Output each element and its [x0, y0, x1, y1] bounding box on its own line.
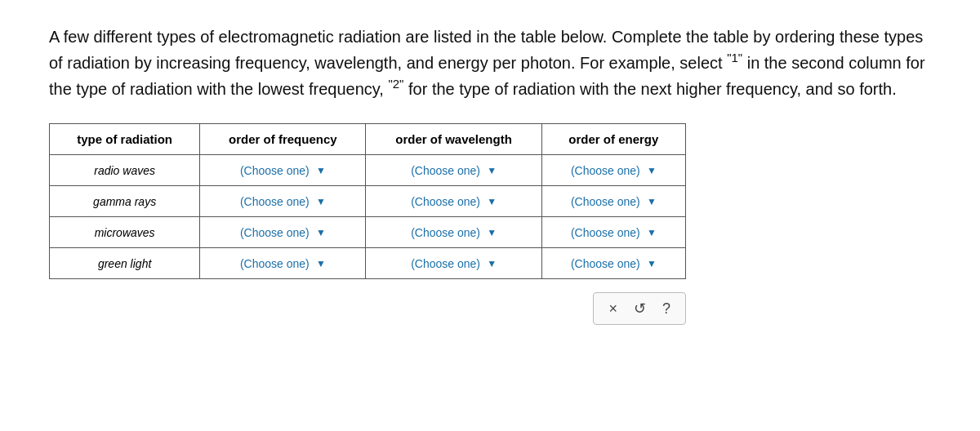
dropdown-cell-energy[interactable]: (Choose one)1234▼	[541, 186, 685, 217]
select-wavelength-row0[interactable]: (Choose one)1234	[411, 164, 483, 177]
chevron-down-icon: ▼	[316, 227, 326, 238]
radiation-type-cell: microwaves	[50, 217, 200, 248]
select-wrapper-energy: (Choose one)1234▼	[571, 164, 657, 177]
dropdown-cell-frequency[interactable]: (Choose one)1234▼	[200, 155, 366, 186]
select-wrapper-energy: (Choose one)1234▼	[571, 195, 657, 208]
refresh-button[interactable]: ↺	[630, 298, 649, 319]
select-wrapper-frequency: (Choose one)1234▼	[240, 226, 326, 239]
chevron-down-icon: ▼	[316, 196, 326, 207]
select-wrapper-frequency: (Choose one)1234▼	[240, 164, 326, 177]
close-button[interactable]: ×	[605, 299, 621, 319]
select-wrapper-wavelength: (Choose one)1234▼	[411, 164, 497, 177]
radiation-table: type of radiation order of frequency ord…	[49, 123, 686, 279]
dropdown-cell-energy[interactable]: (Choose one)1234▼	[541, 248, 685, 279]
select-wavelength-row2[interactable]: (Choose one)1234	[411, 226, 483, 239]
chevron-down-icon: ▼	[647, 227, 657, 238]
instructions-text: A few different types of electromagnetic…	[49, 24, 931, 100]
select-wavelength-row1[interactable]: (Choose one)1234	[411, 195, 483, 208]
table-row: green light(Choose one)1234▼(Choose one)…	[50, 248, 686, 279]
dropdown-cell-frequency[interactable]: (Choose one)1234▼	[200, 217, 366, 248]
select-energy-row3[interactable]: (Choose one)1234	[571, 257, 644, 270]
toolbar-container: × ↺ ?	[49, 292, 686, 325]
select-energy-row0[interactable]: (Choose one)1234	[571, 164, 644, 177]
dropdown-cell-frequency[interactable]: (Choose one)1234▼	[200, 248, 366, 279]
select-frequency-row1[interactable]: (Choose one)1234	[240, 195, 313, 208]
dropdown-cell-wavelength[interactable]: (Choose one)1234▼	[366, 155, 541, 186]
quote-2: "2"	[388, 77, 403, 91]
radiation-type-cell: radio waves	[50, 155, 200, 186]
chevron-down-icon: ▼	[647, 258, 657, 269]
col-header-type: type of radiation	[50, 124, 200, 155]
select-wrapper-wavelength: (Choose one)1234▼	[411, 257, 497, 270]
chevron-down-icon: ▼	[316, 165, 326, 176]
dropdown-cell-wavelength[interactable]: (Choose one)1234▼	[366, 217, 541, 248]
help-button[interactable]: ?	[659, 299, 674, 319]
dropdown-cell-wavelength[interactable]: (Choose one)1234▼	[366, 248, 541, 279]
select-energy-row1[interactable]: (Choose one)1234	[571, 195, 644, 208]
select-wrapper-energy: (Choose one)1234▼	[571, 257, 657, 270]
dropdown-cell-wavelength[interactable]: (Choose one)1234▼	[366, 186, 541, 217]
select-frequency-row3[interactable]: (Choose one)1234	[240, 257, 313, 270]
select-wrapper-frequency: (Choose one)1234▼	[240, 195, 326, 208]
chevron-down-icon: ▼	[647, 165, 657, 176]
radiation-type-cell: green light	[50, 248, 200, 279]
chevron-down-icon: ▼	[647, 196, 657, 207]
chevron-down-icon: ▼	[487, 165, 497, 176]
select-wrapper-wavelength: (Choose one)1234▼	[411, 226, 497, 239]
col-header-wavelength: order of wavelength	[366, 124, 541, 155]
chevron-down-icon: ▼	[487, 258, 497, 269]
table-row: radio waves(Choose one)1234▼(Choose one)…	[50, 155, 686, 186]
select-wrapper-energy: (Choose one)1234▼	[571, 226, 657, 239]
select-frequency-row0[interactable]: (Choose one)1234	[240, 164, 313, 177]
dropdown-cell-energy[interactable]: (Choose one)1234▼	[541, 155, 685, 186]
radiation-type-cell: gamma rays	[50, 186, 200, 217]
chevron-down-icon: ▼	[487, 227, 497, 238]
toolbar-inner: × ↺ ?	[593, 292, 686, 325]
chevron-down-icon: ▼	[316, 258, 326, 269]
chevron-down-icon: ▼	[487, 196, 497, 207]
table-row: gamma rays(Choose one)1234▼(Choose one)1…	[50, 186, 686, 217]
col-header-energy: order of energy	[541, 124, 685, 155]
quote-1: "1"	[727, 51, 742, 64]
select-wrapper-wavelength: (Choose one)1234▼	[411, 195, 497, 208]
select-wavelength-row3[interactable]: (Choose one)1234	[411, 257, 483, 270]
col-header-frequency: order of frequency	[200, 124, 366, 155]
select-energy-row2[interactable]: (Choose one)1234	[571, 226, 644, 239]
table-row: microwaves(Choose one)1234▼(Choose one)1…	[50, 217, 686, 248]
dropdown-cell-frequency[interactable]: (Choose one)1234▼	[200, 186, 366, 217]
select-frequency-row2[interactable]: (Choose one)1234	[240, 226, 313, 239]
select-wrapper-frequency: (Choose one)1234▼	[240, 257, 326, 270]
dropdown-cell-energy[interactable]: (Choose one)1234▼	[541, 217, 685, 248]
